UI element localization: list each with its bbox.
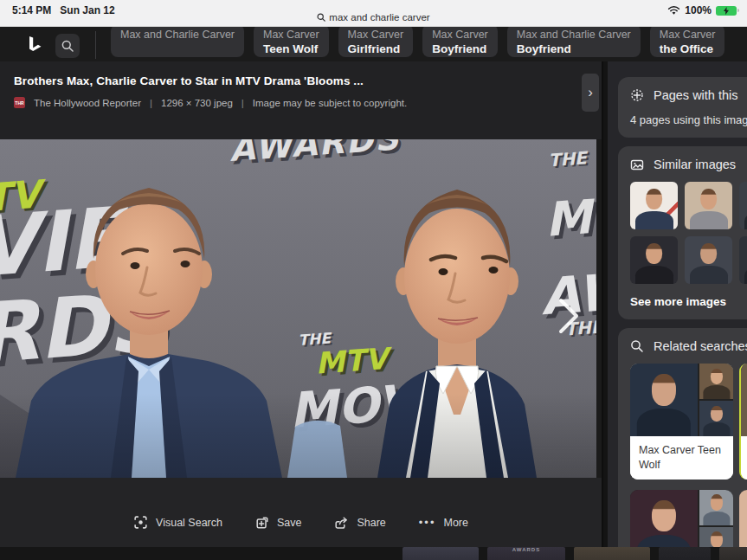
see-more-images-link[interactable]: See more images (630, 295, 747, 308)
bing-image-viewer: 5:14 PM Sun Jan 12 max and charlie carve… (0, 0, 747, 560)
action-label: Save (277, 517, 302, 529)
more-icon: ••• (419, 518, 436, 527)
search-icon (61, 40, 74, 52)
related-search-partial[interactable]: M G (739, 364, 747, 480)
result-meta: THR The Hollywood Reporter | 1296 × 730 … (14, 97, 567, 108)
address-bar-query: max and charlie carver (329, 12, 429, 23)
globe-pages-icon (630, 88, 644, 102)
search-icon (630, 339, 644, 353)
main-image[interactable]: AWARDS TV VIE RDS THE MO AW THE THE MTV … (0, 139, 602, 478)
action-label: More (443, 517, 467, 529)
status-bar: 5:14 PM Sun Jan 12 max and charlie carve… (0, 0, 747, 27)
chip-max-and-charlie-carver[interactable]: Max and Charlie Carver (111, 24, 244, 57)
collage-image (699, 401, 733, 436)
share-icon (334, 516, 349, 530)
image-actions-bar: Visual Search Save (0, 478, 602, 548)
main-row: Brothers Max, Charlie Carver to Star in … (0, 61, 747, 560)
meta-separator: | (150, 98, 152, 108)
image-dimensions: 1296 × 730 jpeg (161, 98, 233, 108)
chip-max-carver-girlfriend[interactable]: Max Carver Girlfriend (338, 24, 414, 57)
similar-image-thumb[interactable] (685, 236, 732, 284)
pages-with-this-title: Pages with this (654, 88, 738, 102)
filmstrip-thumb-label: AWARDS (512, 547, 540, 552)
similar-image-thumb[interactable] (630, 236, 678, 284)
source-favicon: THR (14, 97, 25, 108)
filmstrip-thumb[interactable]: AWARDS (487, 547, 565, 560)
pages-with-this-card[interactable]: Pages with this 4 pages using this image (618, 77, 747, 138)
chip-max-carver-the-office[interactable]: Max Carver the Office (650, 24, 725, 57)
related-searches-row: Max Carver Teen Wolf M G (630, 364, 747, 480)
panel-divider (602, 61, 608, 560)
pages-with-this-count: 4 pages using this image (630, 113, 747, 126)
collage-image (630, 364, 698, 436)
collage-image (741, 364, 747, 436)
image-viewer-column: Brothers Max, Charlie Carver to Star in … (0, 61, 602, 560)
image-icon (630, 158, 644, 171)
meta-separator: | (241, 98, 244, 108)
filmstrip-thumb[interactable] (574, 547, 650, 560)
collage-image (699, 490, 733, 525)
battery-percent: 100% (685, 4, 712, 16)
related-search-max-carver-teen-wolf[interactable]: Max Carver Teen Wolf (630, 364, 733, 480)
related-search-label: Max Carver Teen Wolf (630, 436, 733, 480)
related-search-label: M G (741, 436, 747, 480)
action-label: Visual Search (156, 517, 222, 529)
results-filmstrip: AWARDS (0, 547, 747, 560)
more-button[interactable]: ••• More (419, 517, 468, 529)
photo-twins-mtv-awards: AWARDS TV VIE RDS THE MO AW THE THE MTV … (0, 139, 596, 478)
header-divider (95, 31, 96, 59)
save-button[interactable]: Save (255, 516, 302, 530)
source-name[interactable]: The Hollywood Reporter (34, 98, 141, 108)
similar-images-card: Similar images See more images (618, 146, 747, 319)
chevron-right-icon: › (588, 84, 593, 101)
page-title: Brothers Max, Charlie Carver to Star in … (14, 74, 567, 87)
chip-max-carver-boyfriend[interactable]: Max Carver Boyfriend (422, 24, 498, 57)
chip-max-carver-teen-wolf[interactable]: Max Carver Teen Wolf (254, 24, 329, 57)
filmstrip-thumb[interactable] (659, 547, 711, 560)
save-icon (255, 516, 269, 530)
visual-search-button[interactable]: Visual Search (133, 515, 222, 530)
status-indicators: 100% (667, 4, 737, 16)
address-bar[interactable]: max and charlie carver (0, 12, 747, 23)
share-button[interactable]: Share (334, 516, 385, 530)
similar-images-title: Similar images (654, 158, 736, 171)
result-title-block: Brothers Max, Charlie Carver to Star in … (0, 61, 602, 139)
filmstrip-thumb[interactable] (402, 547, 479, 560)
collage-image (699, 364, 733, 399)
copyright-notice: Image may be subject to copyright. (253, 98, 407, 108)
related-searches-card: Related searches Max Carver Teen Wolf (618, 328, 747, 560)
filmstrip-thumb[interactable] (719, 547, 747, 560)
similar-image-thumb[interactable] (685, 182, 732, 229)
similar-image-thumb[interactable] (739, 236, 747, 284)
wifi-icon (667, 6, 680, 16)
chevron-right-icon (552, 293, 583, 338)
visual-search-icon (133, 515, 148, 530)
chip-max-and-charlie-carver-boyfriend[interactable]: Max and Charlie Carver Boyfriend (507, 24, 641, 57)
battery-icon (716, 6, 737, 16)
insights-sidebar: Pages with this 4 pages using this image… (608, 61, 747, 560)
similar-images-grid (630, 182, 747, 284)
action-label: Share (357, 517, 385, 529)
similar-image-thumb[interactable] (630, 182, 678, 229)
next-result-button[interactable]: › (582, 74, 599, 112)
related-query-chips: Max and Charlie Carver Max Carver Teen W… (111, 24, 724, 57)
search-icon (317, 13, 325, 22)
search-header: Max and Charlie Carver Max Carver Teen W… (0, 27, 747, 61)
search-button[interactable] (55, 34, 80, 58)
related-searches-title: Related searches (654, 339, 747, 353)
bing-logo[interactable] (24, 34, 45, 55)
photo-next-arrow[interactable] (552, 293, 583, 338)
similar-image-thumb[interactable] (739, 182, 747, 229)
